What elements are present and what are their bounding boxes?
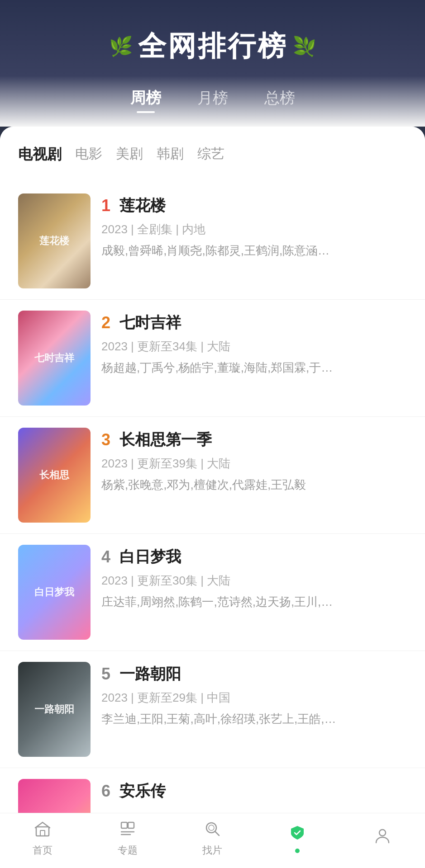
nav-home[interactable]: 首页 [20,821,65,857]
list-item[interactable]: 长相思 3 长相思第一季 2023 | 更新至39集 | 大陆 杨紫,张晚意,邓… [0,417,425,534]
list-item[interactable]: 一路朝阳 5 一路朝阳 2023 | 更新至29集 | 中国 李兰迪,王阳,王菊… [0,651,425,768]
item-info-1: 1 莲花楼 2023 | 全剧集 | 内地 成毅,曾舜晞,肖顺尧,陈都灵,王鹤润… [101,193,407,259]
leaf-right-icon: 🌿 [293,35,316,57]
svg-line-5 [215,831,219,835]
item-cast-4: 庄达菲,周翊然,陈鹤一,范诗然,边天扬,王川,… [101,593,407,611]
poster-label: 长相思 [18,428,91,523]
poster-label: 莲花楼 [18,193,91,288]
cat-tv[interactable]: 电视剧 [18,140,75,169]
page-title: 全网排行榜 [138,27,287,65]
item-info-2: 2 七时吉祥 2023 | 更新至34集 | 大陆 杨超越,丁禹兮,杨皓宇,董璇… [101,311,407,377]
title-row-4: 4 白日梦我 [101,547,407,567]
item-info-5: 5 一路朝阳 2023 | 更新至29集 | 中国 李兰迪,王阳,王菊,高叶,徐… [101,662,407,728]
poster-3: 长相思 [18,428,91,523]
svg-rect-3 [128,822,134,828]
nav-topic-label: 专题 [118,844,138,857]
topic-icon [119,821,136,841]
cat-movie[interactable]: 电影 [75,140,116,169]
nav-search[interactable]: 找片 [190,821,235,857]
item-meta-1: 2023 | 全剧集 | 内地 [101,222,407,237]
poster-label: 七时吉祥 [18,311,91,406]
rank-number-1: 1 [101,196,114,215]
svg-rect-2 [121,822,127,828]
title-row-1: 1 莲花楼 [101,195,407,216]
category-bar: 电视剧 电影 美剧 韩剧 综艺 [0,127,425,178]
leaf-left-icon: 🌿 [109,35,133,57]
list-item[interactable]: 七时吉祥 2 七时吉祥 2023 | 更新至34集 | 大陆 杨超越,丁禹兮,杨… [0,300,425,417]
rank-shield-icon [289,825,306,845]
svg-point-6 [209,825,214,830]
cat-us[interactable]: 美剧 [116,140,157,169]
rank-number-2: 2 [101,313,114,332]
item-title-5: 一路朝阳 [119,664,181,684]
bottom-navigation: 首页 专题 找片 [0,813,425,868]
cat-kr[interactable]: 韩剧 [157,140,197,169]
item-title-6: 安乐传 [119,781,166,802]
item-meta-3: 2023 | 更新至39集 | 大陆 [101,456,407,472]
header: 🌿 全网排行榜 🌿 周榜 月榜 总榜 [0,0,425,127]
poster-5: 一路朝阳 [18,662,91,757]
item-meta-5: 2023 | 更新至29集 | 中国 [101,690,407,706]
tab-all[interactable]: 总榜 [264,88,295,113]
svg-rect-1 [40,830,45,836]
rank-number-3: 3 [101,430,114,449]
title-row-3: 3 长相思第一季 [101,429,407,450]
title-row: 🌿 全网排行榜 🌿 [0,27,425,65]
content-area: 电视剧 电影 美剧 韩剧 综艺 莲花楼 1 莲花楼 2023 | 全剧集 | 内… [0,127,425,868]
ranking-list: 莲花楼 1 莲花楼 2023 | 全剧集 | 内地 成毅,曾舜晞,肖顺尧,陈都灵… [0,178,425,868]
rank-number-6: 6 [101,782,114,801]
nav-home-label: 首页 [33,844,53,857]
cat-variety[interactable]: 综艺 [197,140,238,169]
poster-label: 一路朝阳 [18,662,91,757]
nav-rank-dot [295,849,300,853]
home-icon [34,821,51,841]
search-icon [204,821,220,841]
poster-1: 莲花楼 [18,193,91,288]
period-tab-bar: 周榜 月榜 总榜 [0,83,425,127]
svg-rect-0 [36,827,49,836]
title-row-2: 2 七时吉祥 [101,312,407,333]
item-cast-1: 成毅,曾舜晞,肖顺尧,陈都灵,王鹤润,陈意涵… [101,242,407,259]
tab-monthly[interactable]: 月榜 [197,88,228,113]
poster-label: 白日梦我 [18,545,91,640]
item-title-2: 七时吉祥 [119,312,181,333]
nav-rank[interactable] [275,825,320,853]
rank-number-5: 5 [101,665,114,684]
item-title-1: 莲花楼 [119,195,166,216]
item-info-3: 3 长相思第一季 2023 | 更新至39集 | 大陆 杨紫,张晚意,邓为,檀健… [101,428,407,494]
item-info-6: 6 安乐传 [101,779,407,807]
item-cast-3: 杨紫,张晚意,邓为,檀健次,代露娃,王弘毅 [101,476,407,494]
nav-topic[interactable]: 专题 [105,821,150,857]
item-title-3: 长相思第一季 [119,429,212,450]
svg-point-7 [379,830,386,836]
item-title-4: 白日梦我 [119,547,181,567]
poster-4: 白日梦我 [18,545,91,640]
item-meta-2: 2023 | 更新至34集 | 大陆 [101,339,407,354]
rank-number-4: 4 [101,547,114,566]
list-item[interactable]: 白日梦我 4 白日梦我 2023 | 更新至30集 | 大陆 庄达菲,周翊然,陈… [0,534,425,651]
poster-2: 七时吉祥 [18,311,91,406]
mine-icon [374,827,391,848]
list-item[interactable]: 莲花楼 1 莲花楼 2023 | 全剧集 | 内地 成毅,曾舜晞,肖顺尧,陈都灵… [0,183,425,300]
nav-search-label: 找片 [202,844,222,857]
title-row-5: 5 一路朝阳 [101,664,407,684]
item-meta-4: 2023 | 更新至30集 | 大陆 [101,573,407,589]
item-cast-2: 杨超越,丁禹兮,杨皓宇,董璇,海陆,郑国霖,于… [101,359,407,377]
tab-weekly[interactable]: 周榜 [130,88,161,113]
nav-mine[interactable] [360,827,405,850]
item-cast-5: 李兰迪,王阳,王菊,高叶,徐绍瑛,张艺上,王皓,… [101,710,407,728]
title-row-6: 6 安乐传 [101,781,407,802]
item-info-4: 4 白日梦我 2023 | 更新至30集 | 大陆 庄达菲,周翊然,陈鹤一,范诗… [101,545,407,611]
